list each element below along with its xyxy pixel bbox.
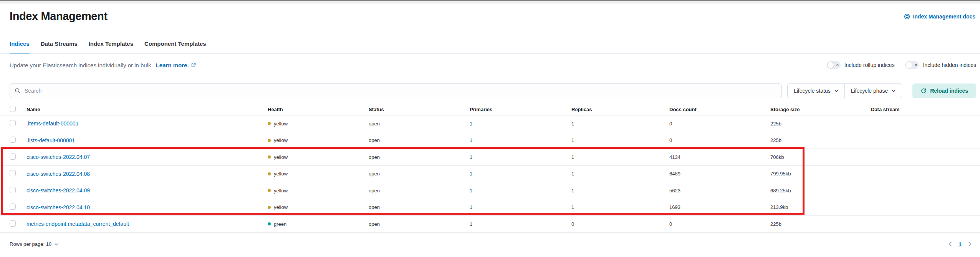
- health-dot-yellow-icon: [268, 139, 271, 142]
- name-cell: cisco-switches-2022.04.08: [26, 171, 268, 177]
- docs-count-cell: 6489: [669, 171, 770, 177]
- storage-size-cell: 213.9kb: [770, 204, 871, 210]
- index-name-link[interactable]: .items-default-000001: [26, 120, 78, 127]
- toggle-label: Include rollup indices: [844, 62, 895, 68]
- docs-count-cell: 0: [669, 221, 770, 227]
- row-checkbox[interactable]: [10, 204, 16, 210]
- page-header: Index Management Index Management docs: [0, 3, 980, 23]
- index-name-link[interactable]: cisco-switches-2022.04.07: [26, 154, 90, 160]
- chevron-down-icon: [834, 90, 838, 92]
- help-icon: [904, 13, 910, 20]
- index-name-link[interactable]: cisco-switches-2022.04.10: [26, 204, 90, 210]
- row-checkbox[interactable]: [10, 154, 16, 160]
- next-page-button[interactable]: [968, 242, 972, 247]
- toggle-switch[interactable]: ×: [905, 61, 919, 69]
- index-name-link[interactable]: .lists-default-000001: [26, 137, 75, 144]
- docs-count-cell: 0: [669, 137, 770, 143]
- filter-lifecycle-status[interactable]: Lifecycle status: [788, 84, 844, 98]
- table-row: cisco-switches-2022.04.07yellowopen11413…: [0, 149, 980, 166]
- column-header-status: Status: [369, 107, 470, 112]
- chevron-right-icon: [968, 242, 972, 247]
- previous-page-button[interactable]: [949, 242, 952, 247]
- health-label: yellow: [274, 154, 288, 160]
- health-label: yellow: [274, 171, 288, 177]
- row-checkbox[interactable]: [10, 220, 16, 227]
- status-cell: open: [369, 188, 470, 194]
- reload-indices-label: Reload indices: [930, 88, 968, 94]
- toolbar: Lifecycle statusLifecycle phase Reload i…: [10, 83, 976, 98]
- row-checkbox-cell: [10, 170, 26, 177]
- search-box: [10, 83, 782, 98]
- tab-data-streams[interactable]: Data Streams: [41, 40, 78, 53]
- name-cell: .lists-default-000001: [26, 137, 268, 144]
- row-checkbox[interactable]: [10, 187, 16, 193]
- select-all-checkbox[interactable]: [10, 106, 16, 112]
- table-row: cisco-switches-2022.04.09yellowopen11562…: [0, 182, 980, 199]
- replicas-cell: 1: [571, 188, 669, 194]
- primaries-cell: 1: [470, 221, 571, 227]
- reload-indices-button[interactable]: Reload indices: [912, 83, 976, 98]
- description-text: Update your Elasticsearch indices indivi…: [10, 62, 153, 68]
- table-row: metrics-endpoint.metadata_current_defaul…: [0, 216, 980, 233]
- docs-link-label: Index Management docs: [913, 13, 975, 20]
- toggle-off-x-icon: ×: [915, 61, 918, 69]
- row-checkbox[interactable]: [10, 120, 16, 126]
- primaries-cell: 1: [470, 204, 571, 210]
- health-label: yellow: [274, 137, 288, 143]
- name-cell: cisco-switches-2022.04.09: [26, 187, 268, 194]
- rows-per-page-control[interactable]: Rows per page: 10: [10, 241, 58, 247]
- health-label: yellow: [274, 121, 288, 127]
- name-cell: .items-default-000001: [26, 120, 268, 127]
- filter-label: Lifecycle status: [794, 88, 831, 94]
- tab-indices[interactable]: Indices: [10, 40, 30, 53]
- status-cell: open: [369, 204, 470, 210]
- tab-index-templates[interactable]: Index Templates: [89, 40, 133, 53]
- storage-size-cell: 799.95kb: [770, 171, 871, 177]
- replicas-cell: 0: [571, 221, 669, 227]
- column-header-storage-size: Storage size: [770, 107, 871, 112]
- index-name-link[interactable]: cisco-switches-2022.04.08: [26, 171, 90, 177]
- toggle-switch[interactable]: ×: [827, 61, 841, 69]
- toggle-group: ×Include rollup indices×Include hidden i…: [827, 61, 976, 69]
- health-cell: green: [268, 221, 369, 227]
- status-cell: open: [369, 221, 470, 227]
- status-cell: open: [369, 137, 470, 143]
- docs-count-cell: 0: [669, 121, 770, 127]
- select-all-cell: [10, 106, 26, 113]
- docs-link[interactable]: Index Management docs: [904, 13, 975, 20]
- toggle-knob: [906, 62, 912, 68]
- column-header-primaries: Primaries: [470, 107, 571, 112]
- health-dot-green-icon: [268, 222, 271, 225]
- primaries-cell: 1: [470, 121, 571, 127]
- chevron-down-icon: [55, 243, 58, 245]
- status-cell: open: [369, 171, 470, 177]
- lifecycle-filter-group: Lifecycle statusLifecycle phase: [787, 83, 902, 98]
- column-header-docs-count: Docs count: [669, 107, 770, 112]
- table-row: cisco-switches-2022.04.08yellowopen11648…: [0, 166, 980, 183]
- replicas-cell: 1: [571, 154, 669, 160]
- tab-component-templates[interactable]: Component Templates: [144, 40, 206, 53]
- row-checkbox-cell: [10, 204, 26, 211]
- row-checkbox[interactable]: [10, 170, 16, 176]
- row-checkbox[interactable]: [10, 137, 16, 143]
- health-cell: yellow: [268, 188, 369, 194]
- pagination: 1: [949, 241, 972, 247]
- filter-lifecycle-phase[interactable]: Lifecycle phase: [844, 84, 902, 98]
- filter-label: Lifecycle phase: [851, 88, 888, 94]
- index-name-link[interactable]: metrics-endpoint.metadata_current_defaul…: [26, 221, 129, 227]
- page-number-1[interactable]: 1: [958, 241, 962, 247]
- storage-size-cell: 225b: [770, 221, 871, 227]
- page-title: Index Management: [10, 10, 108, 23]
- toggle-label: Include hidden indices: [923, 62, 976, 68]
- external-link-icon: [191, 63, 196, 67]
- status-cell: open: [369, 121, 470, 127]
- table-row: .lists-default-000001yellowopen110225b: [0, 132, 980, 149]
- table-row: .items-default-000001yellowopen110225b: [0, 115, 980, 132]
- search-input[interactable]: [25, 88, 777, 94]
- storage-size-cell: 225b: [770, 137, 871, 143]
- primaries-cell: 1: [470, 171, 571, 177]
- learn-more-link[interactable]: Learn more.: [156, 62, 189, 68]
- index-name-link[interactable]: cisco-switches-2022.04.09: [26, 187, 90, 194]
- name-cell: cisco-switches-2022.04.07: [26, 154, 268, 160]
- storage-size-cell: 225b: [770, 121, 871, 127]
